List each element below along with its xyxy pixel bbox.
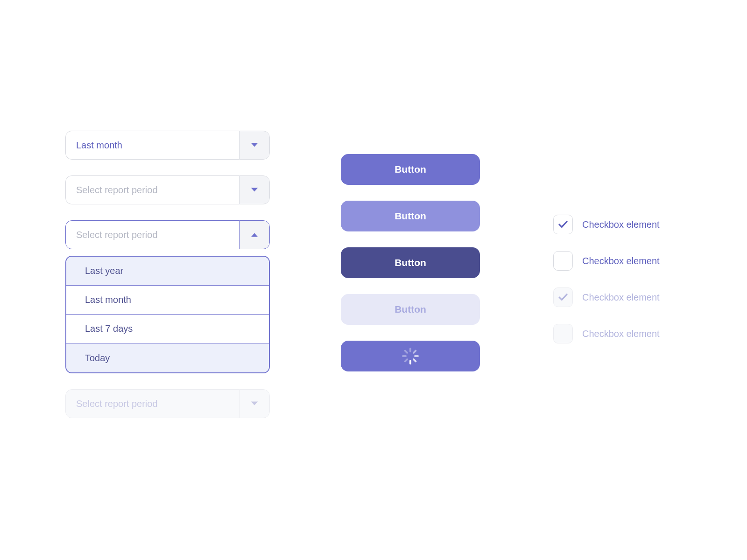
dropdown-showcase: Last month Select report period Select r… — [65, 131, 270, 418]
check-icon — [558, 293, 568, 301]
checkbox-label: Checkbox element — [582, 256, 660, 266]
select-option[interactable]: Last year — [66, 257, 269, 286]
select-option[interactable]: Today — [66, 343, 269, 372]
select-toggle — [239, 389, 270, 418]
select-toggle[interactable] — [239, 131, 270, 160]
primary-button-disabled: Button — [341, 294, 480, 325]
select-option[interactable]: Last month — [66, 286, 269, 315]
check-icon — [558, 220, 568, 229]
checkbox-checked-disabled — [553, 287, 573, 307]
primary-button[interactable]: Button — [341, 154, 480, 185]
select-option[interactable]: Last 7 days — [66, 315, 269, 343]
caret-down-icon — [250, 400, 259, 407]
checkbox-showcase: Checkbox element Checkbox element Checkb… — [553, 215, 660, 343]
select-placeholder: Select report period — [76, 185, 158, 196]
caret-down-icon — [250, 187, 259, 193]
primary-button-loading — [341, 341, 480, 371]
checkbox-row: Checkbox element — [553, 215, 660, 234]
primary-button-pressed[interactable]: Button — [341, 247, 480, 278]
checkbox-row: Checkbox element — [553, 324, 660, 343]
checkbox-checked[interactable] — [553, 215, 573, 234]
checkbox-label: Checkbox element — [582, 219, 660, 230]
caret-up-icon — [250, 231, 259, 238]
checkbox-row: Checkbox element — [553, 287, 660, 307]
report-period-select-disabled: Select report period — [65, 389, 270, 418]
checkbox-row: Checkbox element — [553, 251, 660, 271]
select-toggle[interactable] — [239, 220, 270, 249]
select-toggle[interactable] — [239, 175, 270, 204]
checkbox-unchecked[interactable] — [553, 251, 573, 271]
select-field: Select report period — [65, 220, 239, 249]
select-placeholder: Select report period — [76, 230, 158, 240]
select-options-panel: Last year Last month Last 7 days Today — [65, 256, 270, 373]
report-period-select-open[interactable]: Select report period — [65, 220, 270, 249]
caret-down-icon — [250, 142, 259, 148]
select-placeholder: Select report period — [76, 399, 158, 409]
select-field: Last month — [65, 131, 239, 160]
report-period-select-filled[interactable]: Last month — [65, 131, 270, 160]
select-field: Select report period — [65, 389, 239, 418]
checkbox-label: Checkbox element — [582, 329, 660, 339]
select-value: Last month — [76, 140, 122, 151]
primary-button-hover[interactable]: Button — [341, 201, 480, 231]
report-period-select-empty[interactable]: Select report period — [65, 175, 270, 204]
button-showcase: Button Button Button Button — [341, 154, 480, 371]
checkbox-label: Checkbox element — [582, 292, 660, 303]
select-field: Select report period — [65, 175, 239, 204]
spinner-icon — [402, 348, 419, 364]
report-period-select-open-group: Select report period Last year Last mont… — [65, 220, 270, 373]
checkbox-unchecked-disabled — [553, 324, 573, 343]
